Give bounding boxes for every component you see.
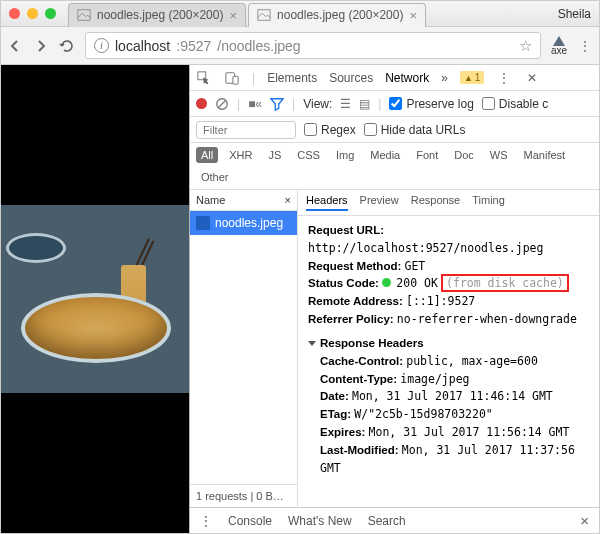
detail-tab-timing[interactable]: Timing — [472, 194, 505, 211]
request-row[interactable]: noodles.jpeg — [190, 211, 297, 235]
from-disk-cache-badge: (from disk cache) — [441, 274, 569, 292]
drawer-menu-icon[interactable]: ⋮ — [200, 514, 212, 528]
url-host: localhost — [115, 38, 170, 54]
forward-button[interactable] — [33, 38, 49, 54]
window-controls — [9, 8, 56, 19]
cache-control-label: Cache-Control: — [320, 355, 403, 367]
detail-tab-headers[interactable]: Headers — [306, 194, 348, 211]
image-viewport — [1, 65, 189, 533]
filter-input[interactable] — [196, 121, 296, 139]
request-list: Name × noodles.jpeg 1 requests | 0 B… — [190, 190, 298, 507]
referrer-policy-label: Referrer Policy: — [308, 313, 394, 325]
filter-all[interactable]: All — [196, 147, 218, 163]
disable-cache-checkbox[interactable]: Disable c — [482, 97, 548, 111]
filter-font[interactable]: Font — [411, 147, 443, 163]
back-button[interactable] — [7, 38, 23, 54]
drawer-tab-console[interactable]: Console — [228, 514, 272, 528]
profile-name[interactable]: Sheila — [558, 7, 591, 21]
detail-tab-response[interactable]: Response — [411, 194, 461, 211]
preserve-log-checkbox[interactable]: Preserve log — [389, 97, 473, 111]
regex-checkbox[interactable]: Regex — [304, 123, 356, 137]
cache-control-value: public, max-age=600 — [406, 354, 538, 368]
request-detail: Headers Preview Response Timing Request … — [298, 190, 599, 507]
chrome-menu-button[interactable]: ⋮ — [577, 38, 593, 54]
filter-toggle-icon[interactable] — [270, 97, 284, 111]
filter-bar: Regex Hide data URLs — [190, 117, 599, 143]
close-tab-icon[interactable]: × — [409, 8, 417, 23]
image-resource-icon — [196, 216, 210, 230]
close-tab-icon[interactable]: × — [229, 8, 237, 23]
image-file-icon — [257, 8, 271, 22]
tab-network[interactable]: Network — [385, 71, 429, 85]
capture-screenshot-icon[interactable]: ■« — [248, 97, 262, 111]
browser-window: noodles.jpeg (200×200) × noodles.jpeg (2… — [0, 0, 600, 534]
network-body: Name × noodles.jpeg 1 requests | 0 B… He… — [190, 190, 599, 507]
warnings-badge[interactable]: 1 — [460, 71, 484, 84]
maximize-window-button[interactable] — [45, 8, 56, 19]
close-details-icon[interactable]: × — [285, 194, 291, 206]
url-path: /noodles.jpeg — [217, 38, 300, 54]
browser-tab-0[interactable]: noodles.jpeg (200×200) × — [68, 3, 246, 27]
detail-tab-preview[interactable]: Preview — [360, 194, 399, 211]
drawer-tab-search[interactable]: Search — [368, 514, 406, 528]
content-type-value: image/jpeg — [400, 372, 469, 386]
drawer-tab-whatsnew[interactable]: What's New — [288, 514, 352, 528]
filter-xhr[interactable]: XHR — [224, 147, 257, 163]
status-code-value: 200 OK — [396, 276, 438, 290]
request-method-label: Request Method: — [308, 260, 401, 272]
request-name: noodles.jpeg — [215, 216, 283, 230]
expires-value: Mon, 31 Jul 2017 11:56:14 GMT — [369, 425, 570, 439]
referrer-policy-value: no-referrer-when-downgrade — [397, 312, 577, 326]
etag-label: ETag: — [320, 408, 351, 420]
filter-img[interactable]: Img — [331, 147, 359, 163]
headers-content: Request URL: http://localhost:9527/noodl… — [298, 216, 599, 507]
bookmark-star-icon[interactable]: ☆ — [519, 37, 532, 55]
view-label: View: — [303, 97, 332, 111]
devtools-panel: | Elements Sources Network » 1 ⋮ ✕ | ■« … — [189, 65, 599, 533]
request-summary: 1 requests | 0 B… — [190, 484, 297, 507]
drawer-close-icon[interactable]: × — [580, 512, 589, 529]
address-bar[interactable]: i localhost:9527/noodles.jpeg ☆ — [85, 32, 541, 59]
svg-line-6 — [219, 100, 226, 107]
status-ok-icon — [382, 278, 391, 287]
view-large-icon[interactable]: ▤ — [359, 97, 370, 111]
network-toolbar: | ■« | View: ☰ ▤ | Preserve log Disable … — [190, 91, 599, 117]
inspect-element-icon[interactable] — [196, 70, 212, 86]
axe-extension-icon[interactable]: axe — [551, 36, 567, 56]
close-window-button[interactable] — [9, 8, 20, 19]
tab-sources[interactable]: Sources — [329, 71, 373, 85]
reload-button[interactable] — [59, 38, 75, 54]
filter-other[interactable]: Other — [196, 169, 234, 185]
expires-label: Expires: — [320, 426, 365, 438]
remote-address-label: Remote Address: — [308, 295, 403, 307]
devtools-close-icon[interactable]: ✕ — [524, 70, 540, 86]
browser-tab-1[interactable]: noodles.jpeg (200×200) × — [248, 3, 426, 27]
filter-js[interactable]: JS — [263, 147, 286, 163]
site-info-icon[interactable]: i — [94, 38, 109, 53]
tab-elements[interactable]: Elements — [267, 71, 317, 85]
filter-manifest[interactable]: Manifest — [519, 147, 571, 163]
tab-title: noodles.jpeg (200×200) — [97, 8, 223, 22]
hide-data-urls-checkbox[interactable]: Hide data URLs — [364, 123, 466, 137]
devtools-menu-icon[interactable]: ⋮ — [496, 70, 512, 86]
filter-css[interactable]: CSS — [292, 147, 325, 163]
record-button[interactable] — [196, 98, 207, 109]
tab-more[interactable]: » — [441, 71, 448, 85]
request-url-value: http://localhost:9527/noodles.jpeg — [308, 241, 543, 255]
filter-doc[interactable]: Doc — [449, 147, 479, 163]
date-value: Mon, 31 Jul 2017 11:46:14 GMT — [352, 389, 553, 403]
request-list-header: Name × — [190, 190, 297, 211]
clear-button[interactable] — [215, 97, 229, 111]
filter-ws[interactable]: WS — [485, 147, 513, 163]
filter-media[interactable]: Media — [365, 147, 405, 163]
response-headers-section[interactable]: Response Headers — [308, 335, 589, 353]
tab-strip: noodles.jpeg (200×200) × noodles.jpeg (2… — [68, 1, 558, 27]
image-file-icon — [77, 8, 91, 22]
detail-tabstrip: Headers Preview Response Timing — [298, 190, 599, 216]
date-label: Date: — [320, 390, 349, 402]
type-filter-bar: All XHR JS CSS Img Media Font Doc WS Man… — [190, 143, 599, 190]
minimize-window-button[interactable] — [27, 8, 38, 19]
title-bar: noodles.jpeg (200×200) × noodles.jpeg (2… — [1, 1, 599, 27]
device-toolbar-icon[interactable] — [224, 70, 240, 86]
view-list-icon[interactable]: ☰ — [340, 97, 351, 111]
